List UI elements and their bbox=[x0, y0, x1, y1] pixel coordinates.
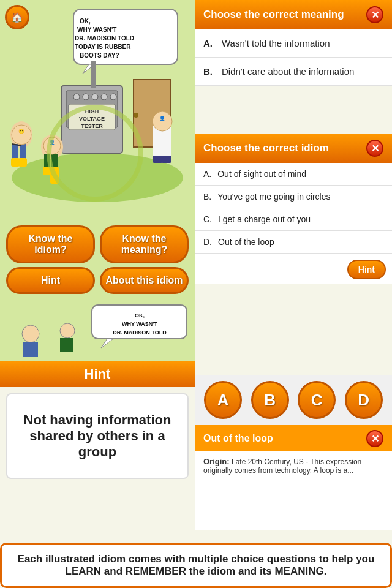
svg-text:OK,: OK, bbox=[80, 18, 91, 24]
svg-point-10 bbox=[74, 94, 80, 100]
idiom-header-label: Choose the correct idiom bbox=[203, 142, 329, 154]
svg-rect-25 bbox=[11, 158, 20, 167]
svg-point-41 bbox=[153, 111, 172, 131]
meaning-panel: Choose the correct meaning ✕ A. Wasn't t… bbox=[195, 0, 392, 86]
answer-btn-b[interactable]: B bbox=[251, 381, 289, 419]
meaning-header: Choose the correct meaning ✕ bbox=[195, 0, 392, 29]
left-buttons-row2: Hint About this idiom bbox=[0, 267, 195, 294]
cartoon-area: 🏠 OK, WHY WASN'T DR. MADISON TOLD TODAY … bbox=[0, 0, 195, 208]
idiom-option-a-text: Out of sight out of mind bbox=[217, 169, 306, 179]
svg-rect-19 bbox=[91, 61, 96, 88]
svg-point-11 bbox=[83, 94, 89, 100]
know-idiom-button[interactable]: Know the idiom? bbox=[6, 225, 95, 263]
svg-rect-51 bbox=[23, 342, 38, 357]
svg-text:WHY WASN'T: WHY WASN'T bbox=[122, 321, 157, 327]
svg-point-52 bbox=[60, 323, 75, 338]
svg-point-13 bbox=[101, 94, 107, 100]
svg-text:WHY WASN'T: WHY WASN'T bbox=[77, 26, 116, 33]
idiom-name-label: Out of the loop bbox=[203, 433, 273, 444]
idiom-option-c-letter: C. bbox=[203, 214, 212, 224]
idiom-option-b[interactable]: B. You've got me going in circles bbox=[195, 186, 392, 208]
svg-rect-26 bbox=[18, 158, 27, 167]
cartoon-illustration: OK, WHY WASN'T DR. MADISON TOLD TODAY IS… bbox=[0, 0, 195, 208]
hint-body: Not having information shared by others … bbox=[6, 393, 189, 479]
svg-point-21 bbox=[134, 113, 138, 118]
idiom-option-a[interactable]: A. Out of sight out of mind bbox=[195, 163, 392, 186]
close-icon-2: ✕ bbox=[371, 143, 379, 154]
home-button[interactable]: 🏠 bbox=[5, 5, 29, 29]
hint-title: Hint bbox=[85, 366, 111, 382]
meaning-close-button[interactable]: ✕ bbox=[366, 6, 383, 23]
meaning-option-b-text: Didn't care about the information bbox=[222, 66, 354, 77]
answer-btn-a[interactable]: A bbox=[204, 381, 242, 419]
svg-text:😐: 😐 bbox=[18, 128, 24, 134]
svg-point-12 bbox=[92, 94, 98, 100]
left-buttons-row1: Know the idiom? Know the meaning? bbox=[0, 225, 195, 263]
meaning-option-a-text: Wasn't told the information bbox=[222, 38, 330, 48]
hint-title-bar: Hint bbox=[0, 361, 195, 387]
answer-btn-c[interactable]: C bbox=[298, 381, 336, 419]
know-meaning-button[interactable]: Know the meaning? bbox=[100, 225, 189, 263]
svg-text:TODAY IS RUBBER: TODAY IS RUBBER bbox=[75, 43, 131, 50]
svg-point-28 bbox=[12, 125, 31, 145]
close-icon-3: ✕ bbox=[371, 433, 379, 445]
svg-text:👤: 👤 bbox=[159, 115, 165, 121]
idiom-option-a-letter: A. bbox=[203, 169, 211, 179]
hint-cartoon-svg: OK, WHY WASN'T DR. MADISON TOLD bbox=[0, 300, 195, 361]
meaning-option-b-letter: B. bbox=[203, 66, 216, 77]
idiom-close-button[interactable]: ✕ bbox=[366, 140, 383, 157]
svg-text:DR. MADISON TOLD: DR. MADISON TOLD bbox=[113, 330, 167, 336]
hint-button-left[interactable]: Hint bbox=[6, 267, 95, 294]
idiom-info-content: Origin: Late 20th Century, US - This exp… bbox=[195, 451, 392, 530]
meaning-option-a-letter: A. bbox=[203, 38, 216, 48]
svg-rect-53 bbox=[60, 338, 74, 352]
answer-btn-d[interactable]: D bbox=[345, 381, 383, 419]
origin-label: Origin: bbox=[203, 457, 230, 466]
left-cartoon-panel: 🏠 OK, WHY WASN'T DR. MADISON TOLD TODAY … bbox=[0, 0, 195, 300]
svg-text:BOOTS DAY?: BOOTS DAY? bbox=[80, 52, 119, 59]
idiom-info-close-button[interactable]: ✕ bbox=[366, 430, 383, 447]
meaning-option-b[interactable]: B. Didn't care about the information bbox=[195, 58, 392, 86]
svg-text:VOLTAGE: VOLTAGE bbox=[79, 116, 105, 122]
about-idiom-button[interactable]: About this idiom bbox=[100, 267, 189, 294]
idiom-option-c-text: I get a charge out of you bbox=[218, 214, 311, 224]
idiom-option-c[interactable]: C. I get a charge out of you bbox=[195, 208, 392, 231]
home-icon: 🏠 bbox=[11, 12, 23, 23]
abcd-bar: A B C D bbox=[195, 375, 392, 425]
idiom-panel: Choose the correct idiom ✕ A. Out of sig… bbox=[195, 134, 392, 284]
idiom-header: Choose the correct idiom ✕ bbox=[195, 134, 392, 163]
idiom-option-b-letter: B. bbox=[203, 192, 211, 202]
svg-rect-40 bbox=[161, 156, 172, 163]
hint-panel: OK, WHY WASN'T DR. MADISON TOLD Hint Not… bbox=[0, 300, 195, 530]
bottom-tooltip-text: Each illustrated idiom comes with multip… bbox=[18, 553, 375, 577]
svg-text:TESTER: TESTER bbox=[81, 123, 103, 129]
meaning-header-label: Choose the correct meaning bbox=[203, 9, 344, 21]
idiom-option-d-letter: D. bbox=[203, 237, 212, 247]
svg-point-50 bbox=[22, 325, 39, 342]
hint-body-text: Not having information shared by others … bbox=[16, 412, 179, 460]
svg-point-14 bbox=[110, 94, 116, 100]
idiom-option-d-text: Out of the loop bbox=[218, 237, 274, 247]
hint-button-right[interactable]: Hint bbox=[347, 260, 386, 279]
svg-text:OK,: OK, bbox=[135, 312, 145, 318]
svg-text:DR. MADISON TOLD: DR. MADISON TOLD bbox=[75, 35, 134, 42]
close-icon: ✕ bbox=[371, 9, 379, 21]
bottom-tooltip-bar: Each illustrated idiom comes with multip… bbox=[0, 543, 392, 588]
meaning-option-a[interactable]: A. Wasn't told the information bbox=[195, 29, 392, 58]
hint-cartoon-area: OK, WHY WASN'T DR. MADISON TOLD bbox=[0, 300, 195, 361]
idiom-info-bar: Out of the loop ✕ bbox=[195, 425, 392, 452]
idiom-option-d[interactable]: D. Out of the loop bbox=[195, 231, 392, 254]
idiom-option-b-text: You've got me going in circles bbox=[217, 192, 330, 202]
